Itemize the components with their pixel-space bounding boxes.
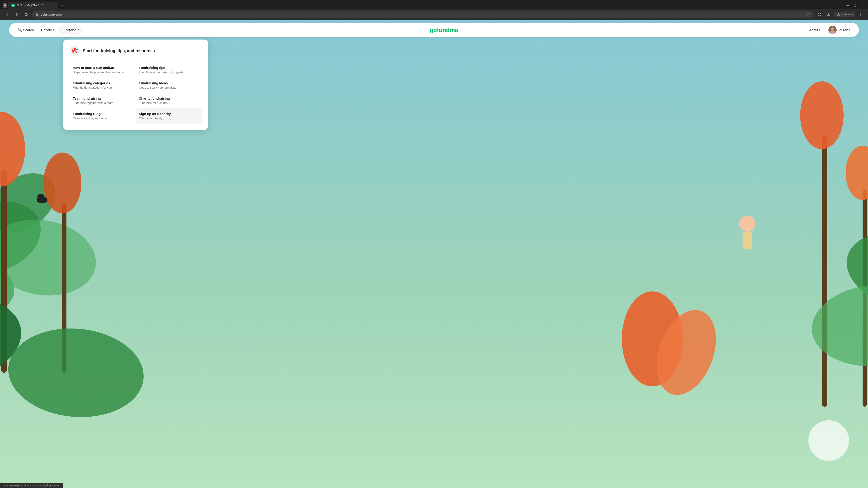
- dropdown-item-fundraising-categories[interactable]: Fundraising categories Find the right ca…: [70, 77, 135, 93]
- dropdown-item-desc-fundraising-ideas: Ideas to spark your creativity: [139, 86, 198, 89]
- dropdown-item-title-signup-charity: Sign up as a charity: [139, 112, 198, 116]
- donate-chevron-icon: ▾: [53, 28, 54, 31]
- dropdown-header-icon: 🎯: [70, 46, 80, 56]
- search-nav-item[interactable]: 🔍 Search: [14, 26, 37, 34]
- dropdown-item-title-team-fundraising: Team fundraising: [73, 96, 132, 100]
- svg-rect-22: [822, 135, 827, 407]
- dropdown-item-signup-charity[interactable]: Sign up as a charity Claim your charity: [135, 108, 202, 124]
- svg-rect-3: [818, 15, 819, 16]
- browser-actions: Incognito: [816, 11, 864, 18]
- dropdown-item-title-charity-fundraising: Charity fundraising: [139, 96, 198, 100]
- dropdown-item-desc-fundraising-categories: Find the right category for you: [73, 86, 132, 89]
- address-text: gofundme.com: [41, 13, 805, 16]
- search-label: Search: [23, 28, 34, 32]
- browser-chrome: G GoFundMe | The #1 Crowdfund... ✕ + ─ □…: [0, 0, 868, 20]
- status-bar: https://www.gofundme.com/c/charity-fundr…: [0, 483, 63, 488]
- status-url: https://www.gofundme.com/c/charity-fundr…: [3, 484, 60, 487]
- user-name-label: Lauren: [837, 28, 848, 32]
- svg-rect-2: [819, 13, 821, 14]
- dropdown-item-title-fundraising-tips: Fundraising tips: [139, 66, 198, 70]
- extensions-button[interactable]: [816, 11, 823, 18]
- fundraise-nav-item[interactable]: Fundraise ▾: [58, 26, 82, 34]
- incognito-indicator: Incognito: [834, 12, 855, 17]
- svg-point-37: [37, 194, 44, 199]
- target-icon: 🎯: [72, 48, 78, 54]
- user-avatar: [829, 26, 837, 34]
- navbar: 🔍 Search Donate ▾ Fundraise ▾ gofundme: [9, 23, 859, 37]
- svg-rect-1: [818, 13, 819, 14]
- dropdown-item-charity-fundraising[interactable]: Charity fundraising Fundraise for a char…: [135, 93, 202, 108]
- dropdown-item-fundraising-blog[interactable]: Fundraising Blog Resources, tips, and mo…: [70, 108, 135, 124]
- tab-group-indicator[interactable]: [3, 3, 7, 8]
- browser-controls: gofundme.com ☆ Incognito: [0, 9, 868, 20]
- bookmark-icon[interactable]: ☆: [807, 12, 810, 17]
- dropdown-item-how-to-start[interactable]: How to start a GoFundMe Step-by-step hel…: [70, 62, 135, 77]
- nav-right: About ▾ Lauren ▾: [806, 24, 854, 36]
- tab-title: GoFundMe | The #1 Crowdfund...: [17, 4, 49, 7]
- page-wrapper: 🔍 Search Donate ▾ Fundraise ▾ gofundme: [0, 0, 868, 488]
- svg-rect-4: [819, 15, 821, 16]
- dropdown-item-desc-team-fundraising: Fundraise together with a team: [73, 101, 132, 105]
- user-chevron-icon: ▾: [849, 28, 850, 31]
- dropdown-item-desc-signup-charity: Claim your charity: [139, 117, 198, 120]
- svg-point-41: [830, 31, 835, 34]
- svg-rect-0: [36, 14, 38, 15]
- forward-button[interactable]: [13, 11, 20, 18]
- svg-point-8: [861, 13, 861, 14]
- address-bar[interactable]: gofundme.com ☆: [32, 11, 813, 18]
- svg-point-6: [837, 15, 838, 16]
- user-menu-item[interactable]: Lauren ▾: [825, 24, 854, 36]
- tab-close-button[interactable]: ✕: [51, 4, 55, 7]
- minimize-button[interactable]: ─: [844, 2, 851, 8]
- dropdown-item-fundraising-ideas[interactable]: Fundraising ideas Ideas to spark your cr…: [135, 77, 202, 93]
- svg-point-40: [831, 27, 834, 31]
- menu-button[interactable]: [857, 11, 864, 18]
- about-label: About: [809, 28, 818, 32]
- svg-point-35: [808, 420, 849, 461]
- back-button[interactable]: [4, 11, 11, 18]
- window-controls: ─ □ ✕: [844, 2, 865, 8]
- dropdown-item-desc-charity-fundraising: Fundraise for a charity: [139, 101, 198, 105]
- donate-label: Donate: [41, 28, 52, 32]
- active-tab[interactable]: G GoFundMe | The #1 Crowdfund... ✕: [8, 2, 58, 9]
- svg-point-10: [861, 15, 861, 16]
- reload-button[interactable]: [23, 11, 30, 18]
- svg-point-5: [838, 13, 839, 15]
- dropdown-item-title-fundraising-blog: Fundraising Blog: [73, 112, 132, 116]
- fundraise-dropdown: 🎯 Start fundraising, tips, and resources…: [63, 39, 208, 130]
- svg-point-23: [800, 81, 844, 149]
- browser-tabs: G GoFundMe | The #1 Crowdfund... ✕ + ─ □…: [0, 0, 868, 9]
- downloads-button[interactable]: [825, 11, 832, 18]
- about-nav-item[interactable]: About ▾: [806, 26, 824, 34]
- dropdown-item-title-how-to-start: How to start a GoFundMe: [73, 66, 132, 70]
- new-tab-button[interactable]: +: [59, 2, 65, 8]
- lock-icon: [36, 13, 39, 17]
- tab-favicon: G: [11, 4, 15, 7]
- donate-nav-item[interactable]: Donate ▾: [38, 26, 57, 34]
- fundraise-label: Fundraise: [61, 28, 76, 32]
- svg-point-33: [739, 216, 755, 232]
- svg-point-9: [861, 14, 861, 15]
- dropdown-grid: How to start a GoFundMe Step-by-step hel…: [70, 62, 202, 124]
- dropdown-item-title-fundraising-categories: Fundraising categories: [73, 81, 132, 85]
- dropdown-item-desc-how-to-start: Step-by-step help, examples, and more: [73, 70, 132, 74]
- dropdown-item-title-fundraising-ideas: Fundraising ideas: [139, 81, 198, 85]
- about-chevron-icon: ▾: [819, 28, 820, 31]
- dropdown-item-fundraising-tips[interactable]: Fundraising tips The ultimate fundraisin…: [135, 62, 202, 77]
- svg-point-19: [43, 153, 81, 214]
- maximize-button[interactable]: □: [852, 2, 858, 8]
- dropdown-item-desc-fundraising-tips: The ultimate fundraising tips guide: [139, 70, 198, 74]
- svg-text:gofundme: gofundme: [430, 27, 458, 33]
- dropdown-header-text: Start fundraising, tips, and resources: [83, 48, 155, 53]
- nav-left: 🔍 Search Donate ▾ Fundraise ▾: [14, 26, 82, 34]
- dropdown-item-desc-fundraising-blog: Resources, tips, and more: [73, 117, 132, 120]
- incognito-label: Incognito: [842, 13, 852, 16]
- dropdown-item-team-fundraising[interactable]: Team fundraising Fundraise together with…: [70, 93, 135, 108]
- search-icon: 🔍: [18, 28, 22, 32]
- svg-rect-34: [743, 232, 752, 249]
- nav-logo[interactable]: gofundme: [82, 26, 806, 34]
- dropdown-header: 🎯 Start fundraising, tips, and resources: [70, 46, 202, 56]
- svg-point-7: [839, 15, 840, 16]
- close-button[interactable]: ✕: [859, 2, 865, 8]
- fundraise-chevron-icon: ▾: [78, 28, 79, 31]
